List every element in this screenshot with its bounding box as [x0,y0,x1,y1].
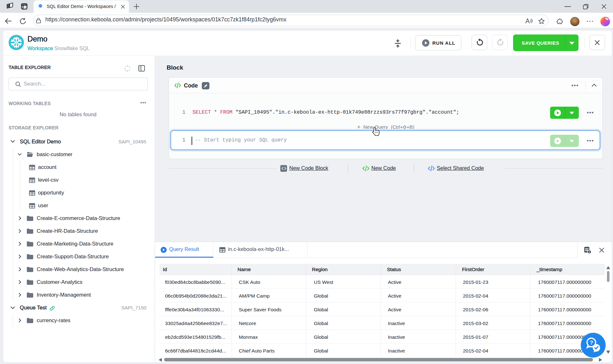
svg-text:?: ? [590,340,593,346]
